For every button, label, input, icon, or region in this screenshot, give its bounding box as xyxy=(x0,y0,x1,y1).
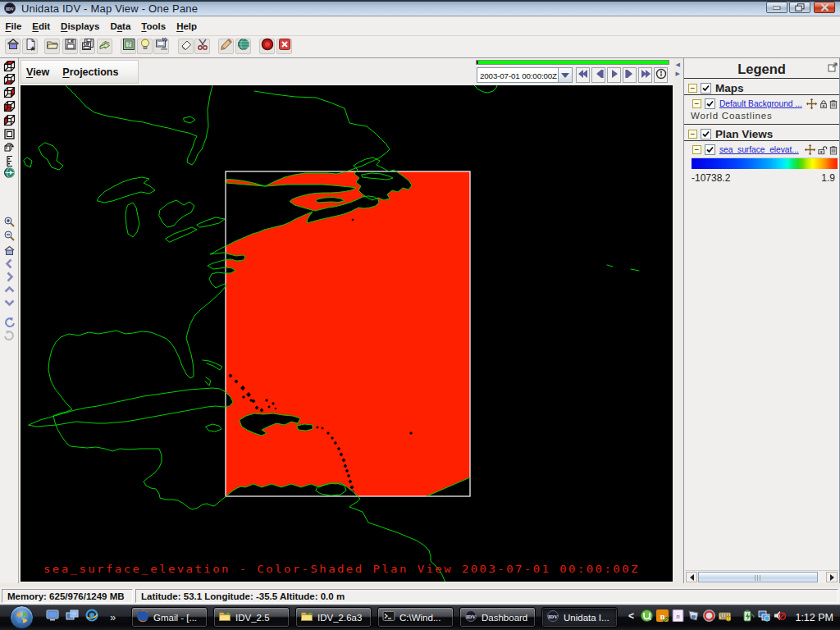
display-link[interactable]: sea_surface_elevat... xyxy=(719,145,802,154)
checkbox-sea-surface[interactable] xyxy=(705,144,715,155)
anim-properties-button[interactable] xyxy=(654,67,668,83)
toolbar-edit-color-table-button[interactable] xyxy=(218,39,234,54)
quicklaunch-window-switcher-icon[interactable] xyxy=(66,609,79,624)
viewpoint-globe-view-button[interactable] xyxy=(2,167,16,180)
quicklaunch-show-desktop-icon[interactable] xyxy=(46,609,59,624)
toolbar-show-legend-tips-button[interactable] xyxy=(137,39,153,54)
colorbar[interactable] xyxy=(692,158,838,169)
map-canvas[interactable] xyxy=(21,85,673,582)
viewpoint-zoom-out-button[interactable] xyxy=(2,231,16,244)
toolbar-projection-globe-button[interactable] xyxy=(235,39,251,54)
trash-icon[interactable] xyxy=(829,99,838,109)
collapse-sea-surface-icon[interactable]: − xyxy=(692,145,701,154)
menu-edit[interactable]: Edit xyxy=(27,19,56,34)
toolbar-remove-displays-data-button[interactable] xyxy=(194,39,210,54)
viewpoint-east-view-button[interactable] xyxy=(2,101,16,114)
svg-text:IDV: IDV xyxy=(6,7,14,11)
taskbar-window-0[interactable]: Gmail - [... xyxy=(131,607,208,628)
legend-hscrollbar[interactable] xyxy=(685,570,838,582)
checkbox-plan-views[interactable] xyxy=(701,129,711,139)
move-display-icon[interactable] xyxy=(804,144,816,156)
close-button[interactable] xyxy=(814,2,835,13)
toolbar-exit-button[interactable] xyxy=(276,39,292,54)
overflow-chevron-icon[interactable]: » xyxy=(110,611,116,623)
tray-onenote-icon[interactable]: n xyxy=(672,609,684,622)
tray-volume-muted-icon[interactable] xyxy=(774,609,786,622)
tray-utorrent-icon[interactable] xyxy=(641,609,653,622)
menu-tools[interactable]: Tools xyxy=(136,19,171,34)
taskbar-window-label: IDV_2.5 xyxy=(235,613,270,623)
viewpoint-reset-projection-button[interactable] xyxy=(2,129,16,142)
collapse-plan-views-icon[interactable]: − xyxy=(688,130,697,139)
collapse-default-background-icon[interactable]: − xyxy=(692,99,701,108)
titlebar[interactable]: IDV Unidata IDV - Map View - One Pane xyxy=(0,0,840,16)
tray-keyboard-icon[interactable]: ! xyxy=(719,609,731,622)
taskbar-window-2[interactable]: IDV_2.6a3 xyxy=(295,607,372,628)
tray-power-icon[interactable] xyxy=(742,609,755,622)
collapse-maps-icon[interactable]: − xyxy=(688,84,697,93)
viewpoint-zoom-in-button[interactable] xyxy=(2,217,16,230)
animation-progress-bar[interactable] xyxy=(476,60,669,65)
tray-network-icon[interactable] xyxy=(758,609,770,622)
tray-onenote-orange-icon[interactable]: n xyxy=(656,609,669,622)
lock-icon[interactable] xyxy=(819,99,828,109)
play-icon xyxy=(608,67,621,84)
map-canvas-wrap: sea_surface_elevation - Color-Shaded Pla… xyxy=(21,85,673,582)
checkbox-default-background[interactable] xyxy=(705,98,715,109)
viewpoint-redo-button[interactable] xyxy=(2,331,16,344)
toolbar-save-bundle-as-button[interactable] xyxy=(80,39,95,54)
scroll-thumb[interactable] xyxy=(698,572,818,582)
checkbox-maps[interactable] xyxy=(701,83,711,94)
tray-quicktime-icon[interactable] xyxy=(703,609,715,622)
anim-end-button[interactable] xyxy=(638,67,652,83)
tray-messenger-icon[interactable] xyxy=(687,609,700,622)
menu-help[interactable]: Help xyxy=(171,19,203,34)
taskbar-window-5[interactable]: IDVUnidata I... xyxy=(541,607,618,628)
viewpoint-north-view-button[interactable] xyxy=(2,87,16,100)
display-link[interactable]: Default Background ... xyxy=(719,99,804,108)
toolbar-new-bundle-button[interactable] xyxy=(22,39,38,54)
toolbar-field-selector-button[interactable]: ? xyxy=(121,39,136,54)
properties-icon xyxy=(655,67,668,84)
anim-step-forward-button[interactable] xyxy=(623,67,637,83)
menu-displays[interactable]: Displays xyxy=(56,19,105,34)
time-animation-widget: 2003-07-01 00:00:00Z xyxy=(476,59,671,84)
menu-view[interactable]: View xyxy=(26,66,49,78)
collapse-left-icon[interactable]: ◀ xyxy=(676,62,682,68)
legend-splitter[interactable]: ◀ ▶ xyxy=(674,58,683,583)
taskbar-clock[interactable]: 1:12 PM xyxy=(795,605,833,630)
idv-logo-icon: IDV xyxy=(4,2,16,17)
toolbar-open-bundle-button[interactable] xyxy=(44,39,60,54)
anim-beginning-button[interactable] xyxy=(576,67,590,83)
move-display-icon[interactable] xyxy=(806,98,818,110)
menu-projections[interactable]: Projections xyxy=(62,66,118,78)
menu-file[interactable]: File xyxy=(0,19,27,34)
viewpoint-south-view-button[interactable] xyxy=(2,115,16,128)
viewpoint-pan-down-button[interactable] xyxy=(2,297,16,310)
taskbar-window-1[interactable]: IDV_2.5 xyxy=(213,607,290,628)
toolbar-publish-button[interactable] xyxy=(153,39,169,54)
trash-icon[interactable] xyxy=(829,145,838,155)
anim-play-button[interactable] xyxy=(607,67,621,83)
scroll-right-icon[interactable] xyxy=(826,572,838,582)
scroll-left-icon[interactable] xyxy=(686,572,697,582)
tray-expand-icon[interactable]: < xyxy=(628,610,634,622)
toolbar-capture-movie-button[interactable] xyxy=(259,39,275,54)
start-button[interactable] xyxy=(10,605,34,629)
combo-dropdown-icon[interactable] xyxy=(558,68,572,82)
toolbar-remove-displays-button[interactable] xyxy=(178,39,194,54)
toolbar-show-dashboard-button[interactable] xyxy=(5,39,21,54)
minimize-button[interactable] xyxy=(766,2,788,13)
menu-data[interactable]: Data xyxy=(105,19,136,34)
restore-button[interactable] xyxy=(789,2,810,13)
quicklaunch-internet-explorer-icon[interactable] xyxy=(85,609,98,625)
time-combobox[interactable]: 2003-07-01 00:00:00Z xyxy=(477,67,573,83)
toolbar-save-bundle-button[interactable] xyxy=(62,39,78,54)
collapse-right-icon[interactable]: ▶ xyxy=(676,71,682,77)
anim-step-back-button[interactable] xyxy=(591,67,605,83)
float-legend-icon[interactable] xyxy=(828,61,838,75)
taskbar-window-3[interactable]: C:\Wind... xyxy=(377,607,454,628)
taskbar-window-4[interactable]: IDVDashboard xyxy=(459,607,536,628)
unlock-icon[interactable] xyxy=(818,145,828,155)
toolbar-export-button[interactable] xyxy=(97,39,112,54)
